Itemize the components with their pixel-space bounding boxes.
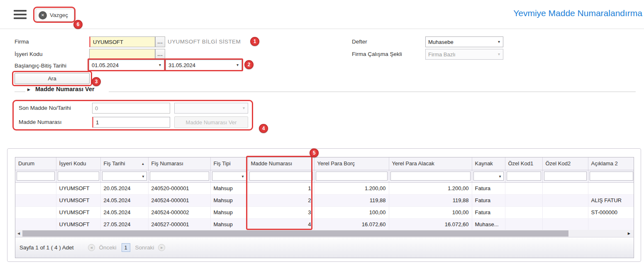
isyeri-lookup-button[interactable]: ...: [155, 49, 165, 60]
table-cell: [542, 206, 588, 218]
calisma-select: Firma Bazlı ▾: [425, 49, 503, 60]
start-date-value: 01.05.2024: [92, 62, 119, 68]
table-cell: 3: [248, 206, 314, 218]
end-date-select[interactable]: 31.05.2024 ▾: [166, 60, 242, 70]
cancel-button[interactable]: ✕ Vazgeç: [36, 9, 74, 22]
filter-cell: [15, 170, 56, 182]
firma-lookup-button[interactable]: ...: [155, 36, 165, 47]
defter-select[interactable]: Muhasebe ▾: [425, 36, 503, 47]
table-cell: 100,00: [389, 206, 472, 218]
scrollbar-thumb[interactable]: [22, 230, 568, 237]
filter-input[interactable]: [507, 172, 541, 181]
table-row[interactable]: UYUMSOFT24.05.2024240524-000001Mahsup211…: [15, 194, 634, 206]
annotation-badge: 5: [310, 148, 319, 157]
table-row[interactable]: UYUMSOFT24.05.2024240524-000002Mahsup310…: [15, 206, 634, 218]
menu-icon[interactable]: [14, 10, 27, 19]
column-header[interactable]: Kaynak: [472, 157, 505, 170]
search-button[interactable]: Ara: [15, 73, 90, 84]
table-cell: 240520-000001: [148, 182, 210, 194]
filter-cell: [248, 170, 314, 182]
firma-label: Firma: [15, 39, 29, 45]
section-collapse-icon[interactable]: ▶: [27, 87, 30, 92]
end-date-value: 31.05.2024: [168, 62, 195, 68]
column-header[interactable]: Madde Numarası: [248, 157, 314, 170]
filter-input[interactable]: [150, 172, 209, 181]
column-header[interactable]: Fiş Numarası: [148, 157, 210, 170]
column-header[interactable]: Özel Kod2: [542, 157, 588, 170]
next-page-label[interactable]: Sonraki: [135, 244, 154, 251]
filter-dropdown-icon[interactable]: ▾: [499, 174, 501, 179]
column-header[interactable]: Durum: [15, 157, 56, 170]
previous-page-icon[interactable]: ◀: [88, 244, 95, 251]
defter-value: Muhasebe: [428, 39, 454, 45]
column-header-label: Madde Numarası: [251, 160, 293, 167]
chevron-down-icon: ▾: [237, 63, 239, 67]
section-divider: [109, 92, 636, 92]
filter-input[interactable]: [590, 172, 633, 181]
filter-cell: ▾: [472, 170, 505, 182]
table-cell: 20.05.2024: [100, 182, 148, 194]
filter-input[interactable]: [316, 172, 388, 181]
filter-cell: ▾: [100, 170, 148, 182]
table-cell: [15, 218, 56, 230]
table-cell: Mahsup: [210, 182, 248, 194]
column-header-label: Özel Kod2: [546, 160, 571, 167]
son-madde-tarih-select: ▾: [174, 103, 248, 114]
filter-cell: ▾: [210, 170, 248, 182]
filter-input[interactable]: [58, 172, 99, 181]
filter-input[interactable]: [17, 172, 55, 181]
table-cell: 119,88: [389, 194, 472, 206]
table-cell: [505, 182, 542, 194]
column-header-label: Yerel Para Borç: [317, 160, 355, 167]
scroll-left-icon[interactable]: ◀: [17, 232, 20, 235]
isyeri-label: İşyeri Kodu: [15, 51, 43, 57]
column-header[interactable]: İşyeri Kodu: [56, 157, 100, 170]
column-header-label: Açıklama 2: [591, 160, 618, 167]
column-header-label: Özel Kod1: [508, 160, 534, 167]
table-row[interactable]: UYUMSOFT20.05.2024240520-000001Mahsup11.…: [15, 182, 634, 194]
table-cell: [505, 206, 542, 218]
filter-input[interactable]: [212, 172, 246, 181]
table-cell: 240524-000001: [148, 194, 210, 206]
start-date-select[interactable]: 01.05.2024 ▾: [89, 60, 164, 70]
close-icon: ✕: [39, 11, 47, 19]
column-header[interactable]: Yerel Para Borç: [314, 157, 389, 170]
column-header-label: Durum: [18, 160, 34, 167]
horizontal-scrollbar[interactable]: ◀ ▶: [15, 230, 634, 237]
filter-input[interactable]: [390, 172, 471, 181]
table-row[interactable]: UYUMSOFT27.05.2024240527-000001Mahsup416…: [15, 218, 634, 230]
next-page-icon[interactable]: ▶: [158, 244, 165, 251]
scroll-right-icon[interactable]: ▶: [628, 232, 630, 235]
column-header-label: Fiş Numarası: [151, 160, 183, 167]
table-cell: UYUMSOFT: [56, 182, 100, 194]
madde-numarasi-ver-button: Madde Numarası Ver: [174, 116, 248, 128]
page-title: Yevmiye Madde Numaralandırma: [513, 8, 642, 18]
table-cell: 240524-000002: [148, 206, 210, 218]
filter-dropdown-icon[interactable]: ▾: [242, 174, 244, 179]
filter-input[interactable]: [249, 172, 313, 181]
table-cell: 1.200,00: [314, 182, 389, 194]
column-header[interactable]: Açıklama 2: [588, 157, 634, 170]
table-cell: 24.05.2024: [100, 194, 148, 206]
madde-no-input[interactable]: [92, 117, 170, 128]
annotation-badge: 4: [259, 124, 268, 133]
annotation-badge: 3: [92, 77, 101, 86]
column-header[interactable]: Fiş Tarihi▲: [100, 157, 148, 170]
column-header[interactable]: Özel Kod1: [505, 157, 542, 170]
column-header-label: Fiş Tipi: [214, 160, 231, 167]
column-header[interactable]: Yerel Para Alacak: [389, 157, 472, 170]
section-divider: [15, 92, 25, 92]
previous-page-label[interactable]: Önceki: [99, 244, 117, 251]
column-header[interactable]: Fiş Tipi: [210, 157, 248, 170]
current-page-button[interactable]: 1: [122, 243, 130, 252]
firma-input[interactable]: [89, 36, 155, 47]
table-cell: 16.072,60: [314, 218, 389, 230]
filter-input[interactable]: [102, 172, 147, 181]
son-madde-label: Son Madde No/Tarihi: [19, 105, 71, 111]
pagination-bar: Sayfa 1 of 1 ( 4 ) Adet ◀ Önceki 1 Sonra…: [15, 237, 634, 258]
table-cell: ST-000000: [588, 206, 634, 218]
filter-input[interactable]: [544, 172, 587, 181]
isyeri-input[interactable]: [89, 49, 155, 60]
filter-dropdown-icon[interactable]: ▾: [142, 174, 144, 179]
table-cell: Mahsup: [210, 194, 248, 206]
